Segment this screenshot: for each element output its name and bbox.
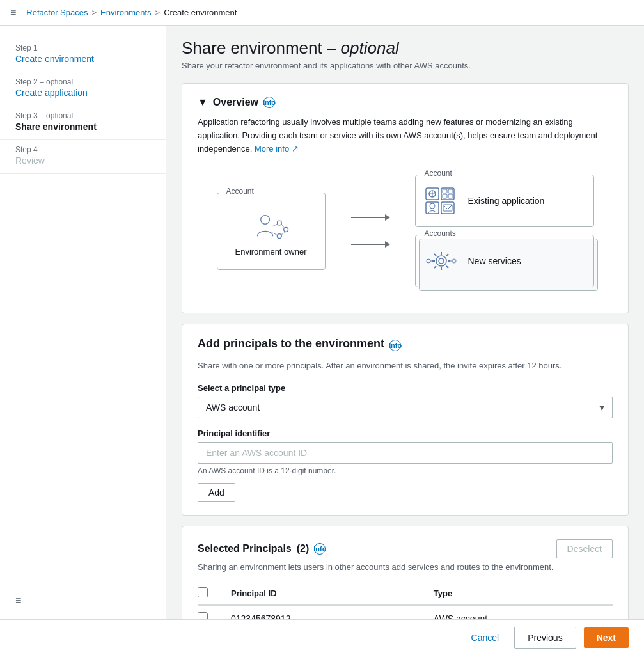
sidebar-item-create-application[interactable]: Create application	[15, 88, 88, 98]
services-icon	[425, 247, 458, 275]
step3-label: Step 3 – optional	[15, 111, 150, 120]
table-head: Principal ID Type	[198, 582, 613, 605]
col-principal-id: Principal ID	[223, 582, 426, 605]
col-type: Type	[426, 582, 613, 605]
step4-label: Step 4	[15, 145, 150, 154]
breadcrumb-current: Create environment	[164, 8, 237, 17]
selected-title-group: Selected Principals (2) Info	[198, 543, 326, 555]
new-services-box: Accounts	[415, 235, 594, 287]
sidebar-item-review: Review	[15, 155, 45, 166]
sidebar-step-4: Step 4 Review	[0, 140, 166, 174]
overview-info-badge[interactable]: Info	[263, 97, 275, 108]
add-principals-desc: Share with one or more principals. After…	[198, 361, 613, 370]
footer-bar: Cancel Previous Next	[0, 619, 644, 655]
arrows	[351, 217, 389, 245]
svg-rect-14	[448, 189, 453, 193]
overview-title: Overview	[213, 97, 258, 108]
svg-line-4	[272, 224, 277, 226]
selected-principals-header: Selected Principals (2) Info Deselect	[198, 539, 613, 558]
hamburger-icon[interactable]: ≡	[10, 7, 16, 19]
top-bar: ≡ Refactor Spaces > Environments > Creat…	[0, 0, 644, 26]
overview-diagram: Account	[198, 168, 613, 300]
svg-rect-13	[443, 189, 447, 193]
add-principals-info-badge[interactable]: Info	[389, 340, 401, 351]
more-info-link[interactable]: More info ↗	[255, 144, 299, 154]
selected-principals-title: Selected Principals	[198, 543, 292, 555]
selected-principals-desc: Sharing an environment lets users in oth…	[198, 562, 613, 572]
principal-type-select-wrapper: AWS account IAM role IAM user ▼	[198, 397, 613, 418]
overview-header: ▼ Overview Info	[198, 97, 613, 108]
svg-line-27	[434, 254, 436, 256]
breadcrumb-sep1: >	[91, 8, 97, 17]
svg-point-32	[452, 259, 456, 263]
step2-label: Step 2 – optional	[15, 77, 150, 86]
svg-point-3	[277, 234, 281, 239]
svg-point-0	[260, 215, 269, 224]
overview-section: ▼ Overview Info Application refactoring …	[182, 84, 628, 313]
svg-line-7	[272, 233, 277, 235]
overview-card: ▼ Overview Info Application refactoring …	[182, 83, 629, 313]
account-label-right-top: Account	[422, 169, 455, 178]
svg-point-18	[430, 203, 435, 209]
add-button[interactable]: Add	[198, 483, 235, 502]
breadcrumb-sep2: >	[155, 8, 161, 17]
page-title: Share environment – optional	[182, 38, 629, 58]
col-checkbox	[198, 582, 223, 605]
svg-line-5	[281, 224, 283, 227]
svg-point-2	[283, 227, 288, 232]
selected-principals-info-badge[interactable]: Info	[314, 543, 326, 555]
account-box-inner-left: Environment owner	[228, 201, 315, 262]
svg-rect-17	[426, 202, 439, 214]
overview-toggle[interactable]: ▼	[198, 97, 208, 108]
selected-count-badge: (2)	[297, 543, 310, 555]
person-network-icon	[252, 211, 290, 243]
page-subtitle: Share your refactor environment and its …	[182, 61, 629, 70]
breadcrumb: Refactor Spaces > Environments > Create …	[26, 8, 237, 17]
arrow-top	[351, 217, 389, 218]
next-button[interactable]: Next	[584, 627, 629, 648]
svg-rect-15	[443, 194, 447, 198]
sidebar: Step 1 Create environment Step 2 – optio…	[0, 26, 166, 655]
diagram-left: Account	[217, 193, 326, 270]
step1-label: Step 1	[15, 43, 150, 52]
svg-point-22	[439, 258, 444, 264]
svg-point-1	[277, 221, 281, 225]
table-header-row: Principal ID Type	[198, 582, 613, 605]
new-services-inner: New services	[425, 242, 585, 280]
breadcrumb-home[interactable]: Refactor Spaces	[26, 8, 88, 17]
account-label-left: Account	[224, 187, 256, 196]
sidebar-hamburger-icon[interactable]: ≡	[15, 595, 21, 606]
apps-icon	[425, 187, 458, 215]
sidebar-step-1: Step 1 Create environment	[0, 38, 166, 72]
existing-app-title: Existing application	[468, 196, 545, 206]
svg-rect-16	[448, 194, 453, 198]
cancel-button[interactable]: Cancel	[464, 627, 507, 648]
existing-app-inner: Existing application	[425, 182, 585, 220]
layout: Step 1 Create environment Step 2 – optio…	[0, 26, 644, 655]
svg-line-30	[434, 266, 436, 268]
previous-button[interactable]: Previous	[514, 627, 576, 649]
identifier-hint: An AWS account ID is a 12-digit number.	[198, 466, 613, 475]
svg-line-28	[446, 266, 448, 268]
svg-rect-12	[441, 188, 454, 200]
add-principals-card: Add principals to the environment Info S…	[182, 324, 629, 516]
svg-line-6	[281, 232, 286, 234]
add-principals-header: Add principals to the environment Info	[198, 337, 613, 353]
select-all-checkbox[interactable]	[198, 587, 208, 597]
svg-line-29	[446, 254, 448, 256]
overview-body: Application refactoring usually involves…	[198, 116, 613, 155]
page-title-italic: optional	[341, 38, 399, 58]
principal-type-select[interactable]: AWS account IAM role IAM user	[198, 397, 613, 418]
arrow-bottom	[351, 244, 389, 245]
environment-owner-label: Environment owner	[235, 247, 307, 256]
principal-identifier-input[interactable]	[198, 442, 613, 464]
select-principal-label: Select a principal type	[198, 383, 613, 393]
new-services-title: New services	[468, 256, 521, 266]
sidebar-step-2: Step 2 – optional Create application	[0, 72, 166, 106]
sidebar-item-create-environment[interactable]: Create environment	[15, 54, 94, 64]
deselect-button[interactable]: Deselect	[556, 539, 613, 558]
main-content: Share environment – optional Share your …	[166, 26, 644, 655]
sidebar-item-share-environment: Share environment	[15, 122, 97, 132]
breadcrumb-environments[interactable]: Environments	[100, 8, 151, 17]
diagram-right: Account	[415, 175, 594, 287]
